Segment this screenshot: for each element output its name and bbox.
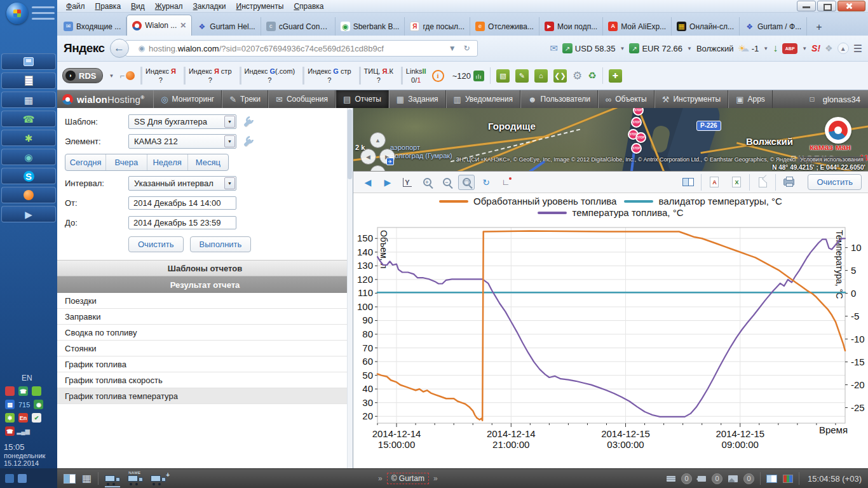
windows-orb-icon[interactable] — [6, 3, 28, 24]
menu-item-3[interactable]: Журнал — [150, 1, 188, 12]
seo-index-widget-2[interactable]: Индекс G(.com)? — [240, 67, 295, 85]
taskbar-icon[interactable] — [18, 474, 27, 483]
new-tab-button[interactable]: + — [811, 22, 827, 33]
tray-icon-green[interactable] — [32, 386, 41, 396]
unit-select[interactable]: КАМАЗ 212▼ — [128, 134, 236, 149]
map-source-icon[interactable] — [783, 475, 793, 483]
home-tool-icon[interactable]: ⌂ — [534, 69, 548, 83]
interval-select[interactable]: Указанный интервал▼ — [128, 176, 236, 191]
extension-icon[interactable]: ❖ — [825, 43, 833, 53]
export-excel-button[interactable]: X — [727, 175, 746, 190]
report-item-3[interactable]: Стоянки — [57, 341, 353, 356]
clear-chart-button[interactable]: Очистить — [808, 174, 862, 190]
url-bar[interactable]: ◉ hosting.wialon.com/?sid=0207c67694936c… — [125, 40, 478, 57]
wialon-nav-objects[interactable]: ∞Объекты — [598, 90, 654, 108]
weather-widget[interactable]: ☀☁ -1 — [738, 43, 759, 53]
menu-item-5[interactable]: Инструменты — [231, 1, 289, 12]
wialon-logo[interactable]: wialonHosting® — [57, 90, 153, 108]
tab-3[interactable]: ccGuard Config... — [261, 17, 336, 36]
terms-link[interactable]: Условия использования — [797, 156, 866, 163]
stop-marker[interactable]: STOP — [635, 132, 646, 143]
restore-button[interactable] — [817, 1, 836, 11]
panel-scrollbar[interactable] — [347, 108, 353, 468]
recycle-icon[interactable]: ♻ — [588, 70, 596, 81]
report-item-0[interactable]: Поездки — [57, 293, 353, 309]
report-book-button[interactable] — [679, 175, 698, 190]
quick-button-0[interactable]: Сегодня — [65, 154, 106, 170]
chart-prev-button[interactable]: ◀ — [360, 175, 376, 190]
quick-button-2[interactable]: Неделя — [147, 154, 188, 170]
browser-menu-icon[interactable]: ☰ — [853, 43, 862, 55]
template-select[interactable]: SS Для бухгалтера▼ — [128, 114, 236, 129]
clear-report-button[interactable]: Очистить — [128, 236, 184, 252]
tray-lang2-icon[interactable]: En — [18, 413, 28, 423]
edit-tool-icon[interactable]: ✎ — [515, 69, 529, 83]
seo-index-widget-3[interactable]: Индекс G стр? — [302, 67, 351, 85]
browser-dock-button[interactable]: ◉ — [1, 149, 56, 165]
chat-icon[interactable] — [698, 476, 706, 482]
wrench-icon[interactable] — [243, 136, 254, 147]
tab-0[interactable]: ✉Входящие ... — [58, 17, 126, 36]
chart-next-button[interactable]: ▶ — [379, 175, 396, 190]
from-date-input[interactable]: 2014 Декабрь 14 14:00 — [128, 196, 236, 210]
wialon-nav-reports[interactable]: ▤Отчеты — [336, 90, 389, 108]
menu-item-6[interactable]: Справка — [288, 1, 329, 12]
downloads-icon[interactable]: ↓ — [773, 43, 778, 54]
save-dock-button[interactable] — [1, 53, 56, 70]
close-button[interactable] — [837, 1, 865, 11]
fuel-temp-chart[interactable]: 2030405060708090100110120130140150-25-20… — [353, 193, 867, 468]
grid-view-button[interactable]: ▦ — [82, 473, 92, 484]
eur-rate-widget[interactable]: ↗EUR 72.66 — [629, 43, 682, 53]
wrench-icon[interactable] — [243, 116, 254, 128]
wialon-nav-tracks[interactable]: ✎Треки — [222, 90, 268, 108]
quick-button-3[interactable]: Месяц — [188, 154, 228, 170]
refresh-chart-button[interactable]: ↻ — [478, 175, 494, 190]
media-icon[interactable] — [728, 475, 738, 482]
map-view[interactable]: STOPSTOPSTOPSTOPSTOP Городище аэропортВо… — [353, 108, 868, 172]
menu-item-1[interactable]: Правка — [90, 1, 126, 12]
export-pdf-button[interactable]: A — [705, 175, 724, 190]
seo-index-widget-1[interactable]: Индекс Я стр? — [184, 67, 232, 85]
show-tracks-button[interactable] — [105, 475, 121, 484]
adblock-caret-icon[interactable]: ▼ — [802, 46, 807, 51]
gurtam-link[interactable]: © Gurtam — [387, 473, 429, 484]
stop-marker[interactable]: STOP — [631, 143, 642, 154]
split-view-button[interactable] — [64, 474, 76, 484]
tray-icon-green2[interactable]: ◉ — [34, 400, 43, 409]
usd-rate-widget[interactable]: ↗USD 58.35 — [562, 43, 616, 53]
grid-dock-button[interactable]: ▦ — [1, 92, 56, 108]
show-names-button[interactable]: NAME — [128, 475, 144, 484]
mail-icon[interactable]: ✉ — [550, 43, 558, 54]
execute-report-button[interactable]: Выполнить — [190, 236, 252, 252]
chart-area[interactable]: Обработанный уровень топливавалидатор те… — [353, 193, 868, 468]
wialon-nav-notifications[interactable]: ▥Уведомления — [446, 90, 520, 108]
to-date-input[interactable]: 2014 Декабрь 15 23:59 — [128, 216, 236, 229]
tray-signal-icon[interactable]: ▂▄▆ — [18, 426, 28, 436]
wialon-nav-messages[interactable]: ✉Сообщения — [268, 90, 336, 108]
skype-dock-button[interactable]: S — [1, 168, 56, 184]
map-zoom-down-button[interactable]: ▼ — [370, 165, 386, 172]
seo-index-widget-5[interactable]: LinksII0/1 — [401, 67, 426, 85]
notepad-dock-button[interactable] — [1, 72, 56, 89]
rds-caret-icon[interactable]: ▼ — [109, 73, 114, 79]
tab-5[interactable]: Ягде посыл... — [405, 17, 470, 36]
language-indicator[interactable]: EN — [22, 374, 57, 383]
visitors-counter[interactable]: ~120ılı — [452, 71, 484, 81]
menu-item-2[interactable]: Вид — [126, 1, 150, 12]
wialon-nav-users[interactable]: ☻Пользователи — [520, 90, 598, 108]
report-item-2[interactable]: Сводка по топливу — [57, 325, 353, 341]
tray-check-icon[interactable]: ✔ — [32, 413, 41, 423]
tab-2[interactable]: ❖Gurtam Hel... — [192, 17, 261, 36]
quick-button-1[interactable]: Вчера — [106, 154, 147, 170]
wialon-nav-monitoring[interactable]: ◎Мониторинг — [153, 90, 222, 108]
tab-8[interactable]: AМой AliExp... — [603, 17, 672, 36]
rds-button[interactable]: ◗RDS — [62, 68, 103, 83]
wialon-nav-tasks[interactable]: ▦Задания — [389, 90, 446, 108]
info-icon[interactable]: i — [432, 70, 444, 82]
yandex-logo[interactable]: Яндекс — [64, 41, 105, 55]
app-dock-button[interactable]: ▶ — [1, 206, 56, 222]
report-item-1[interactable]: Заправки — [57, 309, 353, 325]
print-button[interactable] — [779, 175, 798, 190]
code-tool-icon[interactable]: ❮❯ — [553, 69, 567, 83]
section-templates[interactable]: Шаблоны отчетов — [57, 260, 353, 276]
